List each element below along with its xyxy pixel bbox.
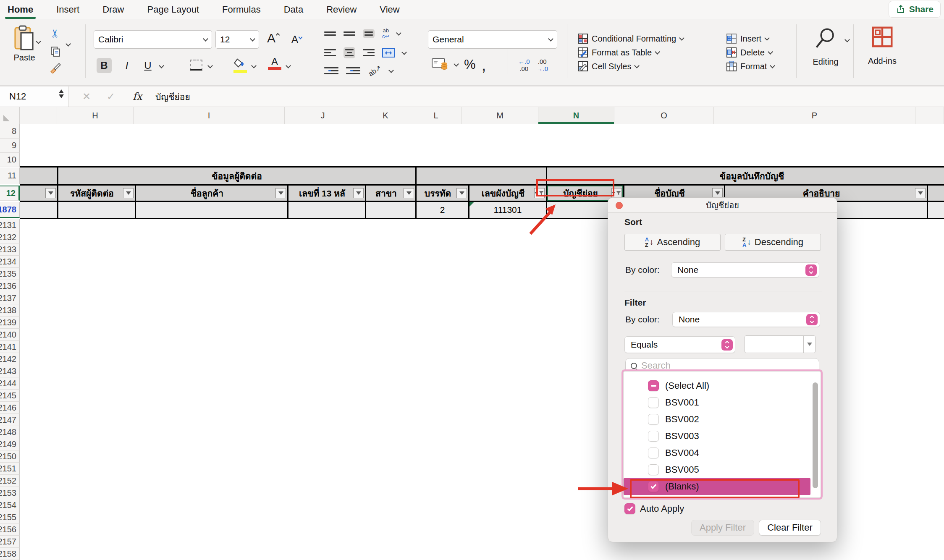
format-cells-button[interactable]: Format bbox=[726, 61, 774, 71]
sort-ascending-button[interactable]: AZ↓ Ascending bbox=[624, 234, 721, 251]
underline-button[interactable]: U bbox=[140, 58, 155, 73]
insert-cells-button[interactable]: Insert bbox=[726, 34, 774, 44]
row-header-11[interactable]: 11 bbox=[0, 167, 20, 184]
checkbox-unchecked-icon[interactable] bbox=[648, 414, 659, 425]
data-cell[interactable]: 111301 bbox=[469, 202, 546, 218]
row-header-2146[interactable]: 2146 bbox=[0, 402, 20, 414]
row-header-2143[interactable]: 2143 bbox=[0, 365, 20, 377]
row-header-2155[interactable]: 2155 bbox=[0, 511, 20, 523]
menu-tab-home[interactable]: Home bbox=[6, 4, 35, 15]
filter-dropdown-icon[interactable] bbox=[353, 188, 364, 198]
merge-center-icon[interactable] bbox=[382, 48, 395, 58]
column-header-P[interactable]: P bbox=[714, 107, 915, 124]
clear-filter-button[interactable]: Clear Filter bbox=[759, 520, 821, 536]
percent-style-button[interactable]: % bbox=[464, 57, 476, 72]
font-size-combo[interactable]: 12 bbox=[215, 30, 259, 49]
wrap-text-icon[interactable]: abc↩ bbox=[382, 28, 389, 39]
column-header-K[interactable]: K bbox=[361, 107, 410, 124]
column-header-partial[interactable] bbox=[20, 107, 57, 124]
row-header-2145[interactable]: 2145 bbox=[0, 390, 20, 402]
checkbox-unchecked-icon[interactable] bbox=[648, 464, 659, 475]
select-all-corner[interactable] bbox=[0, 107, 20, 124]
checkbox-unchecked-icon[interactable] bbox=[648, 397, 659, 408]
fill-color-chevron-icon[interactable] bbox=[251, 63, 257, 68]
align-right-icon[interactable] bbox=[363, 49, 375, 56]
filter-list-item-bsv004[interactable]: BSV004 bbox=[624, 445, 821, 461]
row-header-2151[interactable]: 2151 bbox=[0, 463, 20, 475]
filter-list-item-bsv005[interactable]: BSV005 bbox=[624, 461, 821, 478]
checkbox-unchecked-icon[interactable] bbox=[648, 431, 659, 442]
format-as-table-button[interactable]: Format as Table bbox=[578, 47, 684, 58]
sort-by-color-dropdown[interactable]: None bbox=[671, 262, 819, 277]
delete-cells-button[interactable]: Delete bbox=[726, 47, 774, 58]
row-header-2142[interactable]: 2142 bbox=[0, 353, 20, 365]
decrease-indent-icon[interactable] bbox=[324, 67, 338, 74]
number-format-combo[interactable]: General bbox=[428, 30, 557, 49]
insert-function-icon[interactable]: fx bbox=[133, 86, 142, 107]
filter-dropdown-icon[interactable] bbox=[45, 188, 56, 198]
filter-list-item-select all[interactable]: (Select All) bbox=[624, 377, 821, 394]
cancel-entry-icon[interactable]: ✕ bbox=[82, 86, 91, 107]
row-header-8[interactable]: 8 bbox=[0, 124, 20, 139]
column-header-N[interactable]: N bbox=[538, 107, 614, 124]
column-header-J[interactable]: J bbox=[285, 107, 361, 124]
font-color-chevron-icon[interactable] bbox=[286, 63, 291, 68]
row-header-2149[interactable]: 2149 bbox=[0, 438, 20, 450]
grow-font-button[interactable]: A bbox=[267, 31, 279, 45]
filter-header-เลขผังบัญชี[interactable]: เลขผังบัญชี bbox=[469, 186, 546, 201]
cut-icon[interactable]: ✂ bbox=[49, 29, 62, 38]
checkbox-indeterminate-icon[interactable] bbox=[648, 380, 659, 391]
increase-decimal-icon[interactable]: .00→.0 bbox=[537, 58, 548, 72]
align-middle-icon[interactable] bbox=[344, 31, 355, 36]
editing-button[interactable]: Editing bbox=[805, 27, 846, 67]
copy-chevron-icon[interactable] bbox=[66, 41, 71, 47]
column-header-partial[interactable] bbox=[915, 107, 944, 124]
row-header-2137[interactable]: 2137 bbox=[0, 292, 20, 304]
row-header-2141[interactable]: 2141 bbox=[0, 341, 20, 353]
filter-value-combo[interactable] bbox=[745, 335, 816, 353]
filter-dropdown-icon[interactable] bbox=[123, 188, 134, 198]
filter-dropdown-icon[interactable] bbox=[915, 188, 926, 198]
row-header-2157[interactable]: 2157 bbox=[0, 536, 20, 548]
filter-header-บรรทัด[interactable]: บรรทัด bbox=[417, 186, 468, 201]
column-header-I[interactable]: I bbox=[134, 107, 285, 124]
row-header-2136[interactable]: 2136 bbox=[0, 280, 20, 292]
data-cell[interactable] bbox=[366, 202, 415, 218]
decrease-decimal-icon[interactable]: ←.0.00 bbox=[518, 58, 530, 72]
filter-condition-dropdown[interactable]: Equals bbox=[624, 336, 735, 353]
shrink-font-button[interactable]: A bbox=[291, 34, 302, 45]
data-cell[interactable] bbox=[288, 202, 365, 218]
menu-tab-formulas[interactable]: Formulas bbox=[220, 4, 262, 15]
filter-list-item-bsv002[interactable]: BSV002 bbox=[624, 411, 821, 428]
filter-dropdown-icon[interactable] bbox=[404, 188, 414, 198]
menu-tab-view[interactable]: View bbox=[378, 4, 401, 15]
row-header-2134[interactable]: 2134 bbox=[0, 256, 20, 268]
filter-header-ชื่อลูกค้า[interactable]: ชื่อลูกค้า bbox=[136, 186, 287, 201]
row-header-2135[interactable]: 2135 bbox=[0, 268, 20, 280]
name-box[interactable]: N12 bbox=[0, 86, 68, 107]
filter-header-partial[interactable] bbox=[20, 186, 57, 201]
font-name-combo[interactable]: Calibri bbox=[94, 30, 212, 49]
row-header-2158[interactable]: 2158 bbox=[0, 548, 20, 560]
auto-apply-checkbox[interactable]: Auto Apply bbox=[624, 503, 684, 514]
data-cell[interactable]: 2 bbox=[417, 202, 468, 218]
row-header-2156[interactable]: 2156 bbox=[0, 523, 20, 536]
align-left-icon[interactable] bbox=[324, 49, 336, 56]
accounting-format-icon[interactable] bbox=[432, 58, 448, 72]
menu-tab-data[interactable]: Data bbox=[282, 4, 305, 15]
row-header-2138[interactable]: 2138 bbox=[0, 304, 20, 317]
borders-chevron-icon[interactable] bbox=[207, 63, 213, 68]
row-header-2132[interactable]: 2132 bbox=[0, 231, 20, 243]
paste-chevron-icon[interactable] bbox=[36, 39, 41, 44]
menu-tab-draw[interactable]: Draw bbox=[101, 4, 126, 15]
share-button[interactable]: Share bbox=[889, 1, 941, 18]
data-cell[interactable] bbox=[20, 202, 57, 218]
row-header-2140[interactable]: 2140 bbox=[0, 329, 20, 341]
data-cell[interactable] bbox=[58, 202, 135, 218]
paste-button[interactable]: Paste bbox=[8, 25, 41, 63]
sort-descending-button[interactable]: ZA↓ Descending bbox=[725, 234, 821, 251]
row-header-2153[interactable]: 2153 bbox=[0, 487, 20, 499]
addins-button[interactable]: Add-ins bbox=[863, 26, 901, 66]
row-header-2131[interactable]: 2131 bbox=[0, 219, 20, 231]
italic-button[interactable]: I bbox=[119, 58, 134, 73]
